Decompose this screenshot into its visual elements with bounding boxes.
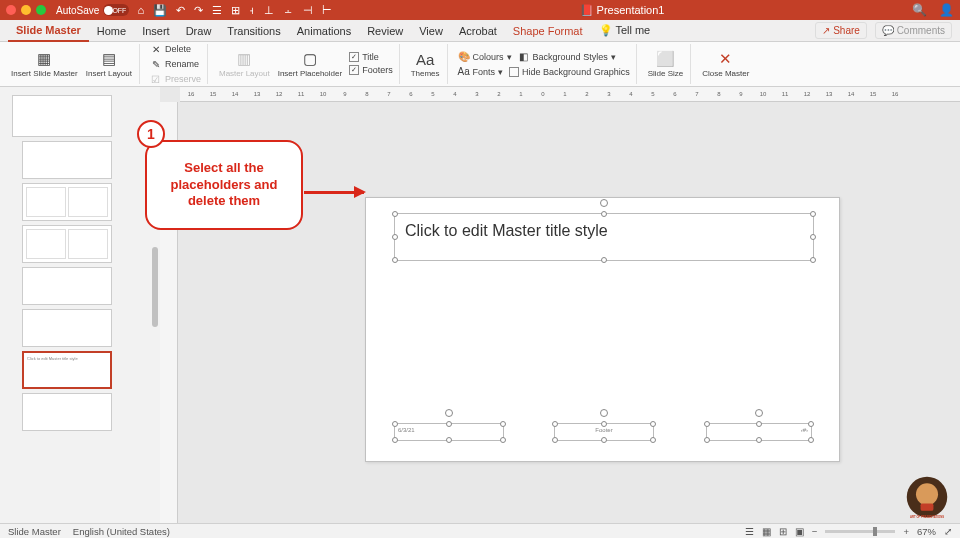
zoom-out-button[interactable]: − [812,526,818,537]
resize-handle[interactable] [810,257,816,263]
delete-button[interactable]: ✕Delete [148,42,203,56]
resize-handle[interactable] [392,437,398,443]
colours-button[interactable]: 🎨Colours ▾ [456,50,514,64]
insert-layout-button[interactable]: ▤Insert Layout [83,47,135,81]
resize-handle[interactable] [704,421,710,427]
resize-handle[interactable] [446,437,452,443]
slide-size-button[interactable]: ⬜Slide Size [645,47,687,81]
insert-placeholder-button[interactable]: ▢Insert Placeholder [275,47,345,81]
resize-handle[interactable] [601,257,607,263]
preserve-button[interactable]: ☑Preserve [148,72,203,86]
align4-icon[interactable]: ⊥ [264,4,274,17]
home-icon[interactable]: ⌂ [137,4,144,17]
notes-button[interactable]: ☰ [745,526,754,537]
tab-view[interactable]: View [411,21,451,41]
redo-icon[interactable]: ↷ [194,4,203,17]
resize-handle[interactable] [392,421,398,427]
zoom-in-button[interactable]: + [903,526,909,537]
resize-handle[interactable] [704,437,710,443]
view-normal-button[interactable]: ▦ [762,526,771,537]
resize-handle[interactable] [810,234,816,240]
tab-review[interactable]: Review [359,21,411,41]
zoom-level[interactable]: 67% [917,526,936,537]
tab-home[interactable]: Home [89,21,134,41]
rotate-handle[interactable] [600,199,608,207]
footers-checkbox[interactable]: Footers [347,64,395,76]
tab-shape-format[interactable]: Shape Format [505,21,591,41]
layout-thumbnail[interactable] [22,309,112,347]
view-sorter-button[interactable]: ⊞ [779,526,787,537]
resize-handle[interactable] [808,421,814,427]
minimize-window-button[interactable] [21,5,31,15]
resize-handle[interactable] [552,437,558,443]
search-icon[interactable]: 🔍 [912,3,927,17]
scrollbar-thumb[interactable] [152,247,158,327]
date-placeholder[interactable]: 6/3/21 [394,423,504,441]
autosave-switch[interactable]: OFF [103,4,129,16]
tell-me[interactable]: 💡 Tell me [591,20,659,41]
align-icon[interactable]: ☰ [212,4,222,17]
resize-handle[interactable] [500,437,506,443]
maximize-window-button[interactable] [36,5,46,15]
tab-draw[interactable]: Draw [178,21,220,41]
layout-thumbnail[interactable] [22,141,112,179]
close-master-button[interactable]: ✕Close Master [699,47,752,81]
footer-placeholder[interactable]: Footer [554,423,654,441]
resize-handle[interactable] [446,421,452,427]
resize-handle[interactable] [601,421,607,427]
zoom-slider[interactable] [825,530,895,533]
layout-thumbnail[interactable] [22,393,112,431]
close-window-button[interactable] [6,5,16,15]
resize-handle[interactable] [392,234,398,240]
align7-icon[interactable]: ⊢ [322,4,332,17]
tab-insert[interactable]: Insert [134,21,178,41]
thumbnail-pane[interactable]: Click to edit Master title style [0,87,160,523]
title-placeholder[interactable]: Click to edit Master title style [394,213,814,261]
resize-handle[interactable] [500,421,506,427]
save-icon[interactable]: 💾 [153,4,167,17]
tab-acrobat[interactable]: Acrobat [451,21,505,41]
rotate-handle[interactable] [600,409,608,417]
account-icon[interactable]: 👤 [939,3,954,17]
share-button[interactable]: ↗ Share [815,22,866,39]
title-checkbox[interactable]: Title [347,51,395,63]
resize-handle[interactable] [756,421,762,427]
rotate-handle[interactable] [445,409,453,417]
hide-bg-checkbox[interactable]: Hide Background Graphics [507,65,632,79]
align5-icon[interactable]: ⫠ [283,4,294,17]
resize-handle[interactable] [808,437,814,443]
layout-thumbnail[interactable] [22,225,112,263]
themes-button[interactable]: AaThemes [408,47,443,81]
resize-handle[interactable] [756,437,762,443]
resize-handle[interactable] [392,211,398,217]
undo-icon[interactable]: ↶ [176,4,185,17]
fonts-button[interactable]: AaFonts ▾ [456,65,506,79]
bg-styles-button[interactable]: ◧Background Styles ▾ [516,50,618,64]
master-layout-button[interactable]: ▥Master Layout [216,47,273,81]
layout-thumbnail[interactable] [22,183,112,221]
tab-animations[interactable]: Animations [289,21,359,41]
align3-icon[interactable]: ⫞ [249,4,255,17]
tab-slide-master[interactable]: Slide Master [8,20,89,42]
view-reading-button[interactable]: ▣ [795,526,804,537]
insert-slide-master-button[interactable]: ▦Insert Slide Master [8,47,81,81]
resize-handle[interactable] [601,437,607,443]
resize-handle[interactable] [650,421,656,427]
resize-handle[interactable] [601,211,607,217]
align6-icon[interactable]: ⊣ [303,4,313,17]
align2-icon[interactable]: ⊞ [231,4,240,17]
layout-thumbnail-selected[interactable]: Click to edit Master title style [22,351,112,389]
autosave-toggle[interactable]: AutoSave OFF [56,4,129,16]
status-language[interactable]: English (United States) [73,526,170,537]
slidenum-placeholder[interactable]: ‹#› [706,423,812,441]
tab-transitions[interactable]: Transitions [219,21,288,41]
layout-thumbnail[interactable] [22,267,112,305]
master-thumbnail[interactable] [12,95,112,137]
resize-handle[interactable] [392,257,398,263]
fit-to-window-button[interactable]: ⤢ [944,526,952,537]
rename-button[interactable]: ✎Rename [148,57,203,71]
rotate-handle[interactable] [755,409,763,417]
resize-handle[interactable] [552,421,558,427]
resize-handle[interactable] [810,211,816,217]
slide-canvas[interactable]: Click to edit Master title style 6/3/21 … [365,197,840,462]
